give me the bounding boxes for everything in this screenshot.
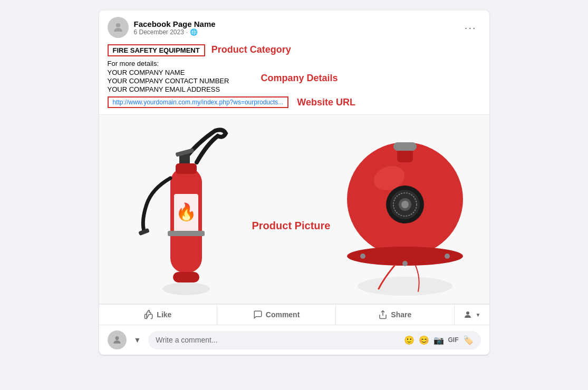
gif-icon[interactable]: GIF: [448, 336, 459, 344]
comment-placeholder: Write a comment...: [156, 336, 217, 344]
svg-point-23: [445, 253, 450, 259]
more-options-button[interactable]: ···: [460, 19, 481, 36]
comment-icon: [253, 310, 263, 319]
commenter-avatar: [108, 330, 127, 349]
svg-rect-15: [393, 142, 417, 151]
chevron-down-icon: ▼: [476, 312, 481, 318]
url-row: http://www.yourdomain.com.my/index.php?w…: [108, 96, 481, 108]
company-section: YOUR COMPANY NAME YOUR COMPANY CONTACT N…: [108, 69, 481, 93]
svg-point-0: [116, 23, 120, 27]
globe-icon: ·: [186, 29, 188, 35]
comment-section: ▼ Write a comment... 🙂 😊 📷 GIF 🏷️: [99, 325, 489, 355]
company-details-label: Company Details: [261, 73, 338, 84]
svg-rect-8: [173, 272, 199, 282]
emoji-icon[interactable]: 🙂: [404, 335, 415, 345]
fire-extinguisher-image: 🔥: [131, 125, 236, 294]
svg-point-26: [466, 311, 469, 315]
product-picture-label: Product Picture: [252, 220, 331, 232]
svg-point-22: [360, 253, 365, 259]
page-avatar: [108, 17, 129, 38]
svg-point-19: [401, 201, 409, 208]
share-button[interactable]: Share: [336, 305, 455, 325]
website-url-label: Website URL: [297, 97, 355, 108]
svg-point-27: [115, 336, 119, 340]
post-date-row: 6 December 2023 · 🌐: [134, 28, 216, 36]
svg-rect-4: [176, 163, 197, 174]
for-more-details: For more details:: [108, 60, 481, 67]
camera-icon[interactable]: 📷: [433, 335, 444, 345]
svg-point-10: [162, 282, 210, 295]
product-category-box: FIRE SAFETY EQUIPMENT: [108, 44, 205, 56]
product-category-row: FIRE SAFETY EQUIPMENT Product Category: [108, 44, 481, 56]
account-switcher-button[interactable]: ▼: [132, 336, 143, 344]
svg-rect-7: [168, 231, 205, 236]
alarm-bell-image: [331, 131, 458, 289]
website-url-box[interactable]: http://www.yourdomain.com.my/index.php?w…: [108, 96, 289, 108]
svg-point-24: [402, 261, 408, 266]
facebook-post-card: Facebook Page Name 6 December 2023 · 🌐 ·…: [99, 11, 489, 355]
share-label: Share: [391, 310, 411, 319]
svg-point-11: [358, 277, 452, 296]
post-meta: Facebook Page Name 6 December 2023 · 🌐: [134, 19, 216, 36]
company-lines: YOUR COMPANY NAME YOUR COMPANY CONTACT N…: [108, 69, 229, 93]
company-email: YOUR COMPANY EMAIL ADDRESS: [108, 85, 229, 93]
svg-text:🔥: 🔥: [176, 202, 197, 222]
comment-button[interactable]: Comment: [217, 305, 336, 325]
profile-icon: [463, 310, 473, 319]
visibility-globe: 🌐: [190, 28, 198, 36]
header-left: Facebook Page Name 6 December 2023 · 🌐: [108, 17, 216, 38]
company-name: YOUR COMPANY NAME: [108, 69, 229, 76]
company-contact: YOUR COMPANY CONTACT NUMBER: [108, 77, 229, 85]
product-image-section: 🔥 Product Picture: [99, 114, 489, 304]
product-category-label: Product Category: [211, 44, 291, 55]
sticker-icon[interactable]: 🏷️: [463, 335, 474, 345]
comment-input-wrap[interactable]: Write a comment... 🙂 😊 📷 GIF 🏷️: [148, 331, 480, 349]
share-icon: [378, 310, 388, 319]
comment-label: Comment: [266, 310, 300, 319]
action-bar: Like Comment Share ▼: [99, 304, 489, 325]
like-button[interactable]: Like: [99, 305, 218, 325]
audience-button[interactable]: ▼: [455, 305, 489, 325]
comment-emoji-bar: 🙂 😊 📷 GIF 🏷️: [404, 335, 474, 345]
smiley-icon[interactable]: 😊: [419, 335, 429, 345]
page-name[interactable]: Facebook Page Name: [134, 19, 216, 28]
like-icon: [144, 310, 153, 319]
post-date: 6 December 2023: [134, 28, 184, 36]
post-content: FIRE SAFETY EQUIPMENT Product Category F…: [99, 42, 489, 114]
post-header: Facebook Page Name 6 December 2023 · 🌐 ·…: [99, 11, 489, 42]
like-label: Like: [157, 310, 171, 319]
